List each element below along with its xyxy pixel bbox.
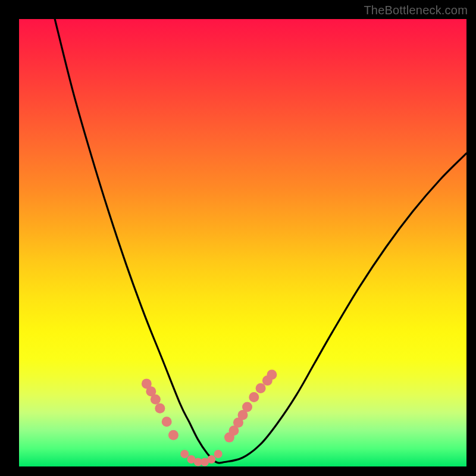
highlight-dot: [214, 450, 223, 458]
chart-frame: TheBottleneck.com: [0, 0, 476, 476]
highlight-dot: [242, 402, 252, 412]
highlight-dot: [162, 416, 172, 427]
highlight-dots: [142, 369, 277, 466]
highlight-dot: [249, 392, 259, 402]
bottleneck-curve-path: [55, 19, 466, 463]
bottleneck-curve-svg: [19, 19, 466, 466]
plot-area: [19, 19, 466, 466]
highlight-dot: [155, 403, 165, 414]
highlight-dot: [168, 430, 178, 440]
highlight-dot: [151, 394, 161, 405]
highlight-dot: [180, 450, 189, 458]
highlight-dot: [207, 455, 215, 464]
attribution-watermark: TheBottleneck.com: [364, 4, 468, 17]
highlight-dot: [267, 369, 277, 380]
highlight-dot: [256, 383, 266, 393]
